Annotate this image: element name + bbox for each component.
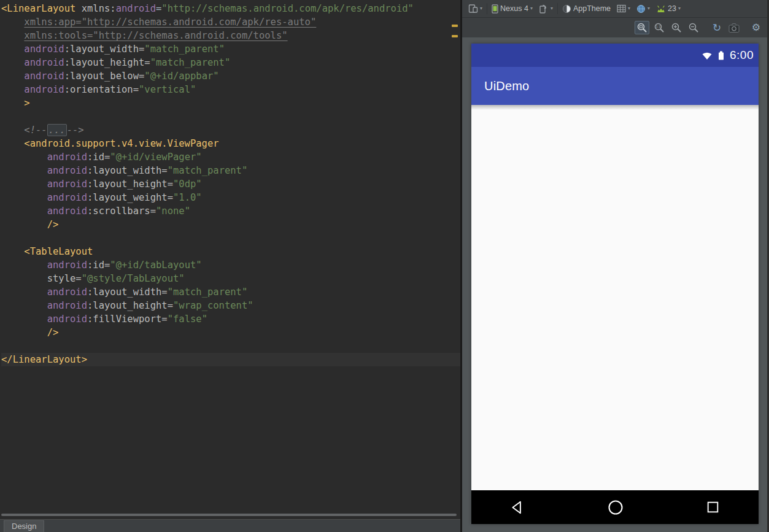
code-line[interactable]: android:layout_height="wrap_content" — [1, 299, 460, 312]
code-line[interactable]: android:layout_weight="1.0" — [1, 191, 460, 204]
device-nav-bar — [471, 490, 759, 524]
app-title: UiDemo — [484, 79, 529, 93]
gear-icon: ⚙ — [752, 23, 760, 33]
status-time: 6:00 — [730, 48, 754, 62]
code-line[interactable]: android:layout_width="match_parent" — [1, 42, 460, 56]
code-line[interactable]: <android.support.v4.view.ViewPager — [1, 137, 460, 150]
chevron-down-icon: ▾ — [530, 6, 533, 11]
nav-recents-icon[interactable] — [705, 499, 721, 515]
horizontal-scrollbar[interactable] — [0, 511, 460, 519]
chevron-down-icon: ▾ — [480, 6, 482, 11]
svg-text:1:1: 1:1 — [655, 25, 660, 28]
locale-globe-icon — [636, 4, 646, 13]
code-line[interactable]: xmlns:app="http://schemas.android.com/ap… — [1, 15, 460, 29]
preview-pane: ▾ Nexus 4 ▾ ▾ — [460, 0, 767, 532]
preview-config-toolbar: ▾ Nexus 4 ▾ ▾ — [462, 0, 767, 17]
battery-icon — [716, 50, 726, 61]
zoom-actual-button[interactable]: 1:1 — [652, 21, 667, 34]
code-line[interactable]: android:id="@+id/viewPager" — [1, 150, 460, 164]
android-studio-window: <LinearLayout xmlns:android="http://sche… — [0, 0, 769, 532]
zoom-actual-icon: 1:1 — [654, 22, 665, 33]
code-line[interactable]: android:orientation="vertical" — [1, 83, 460, 96]
design-surface-selector[interactable]: ▾ — [465, 2, 485, 15]
device-status-bar: 6:00 — [471, 44, 759, 67]
zoom-out-button[interactable] — [686, 21, 701, 34]
zoom-in-button[interactable] — [669, 21, 684, 34]
api-level-selector[interactable]: 23 ▾ — [653, 3, 684, 14]
warning-stripe-mark[interactable] — [452, 35, 458, 37]
zoom-toolbar: 1:1 ↻ — [462, 17, 767, 37]
zoom-fit-icon — [636, 22, 647, 33]
appbar-shadow — [471, 105, 759, 110]
code-line[interactable]: style="@style/TabLayout" — [1, 272, 460, 285]
code-line[interactable]: android:fillViewport="false" — [1, 312, 460, 326]
design-surface[interactable]: 6:00 UiDemo — [462, 37, 767, 532]
code-line[interactable]: android:id="@+id/tabLayout" — [1, 258, 460, 272]
code-line[interactable]: android:layout_width="match_parent" — [1, 285, 460, 299]
chevron-down-icon: ▾ — [647, 6, 650, 11]
editor-mode-tabs: Design — [0, 519, 460, 532]
code-line[interactable] — [1, 110, 460, 123]
device-phone-icon — [492, 4, 498, 13]
theme-selector[interactable]: AppTheme — [559, 3, 614, 15]
design-surface-icon — [468, 4, 478, 13]
orientation-icon — [539, 4, 549, 13]
warning-stripe-mark[interactable] — [452, 25, 458, 27]
screenshot-button[interactable] — [727, 21, 741, 34]
code-line[interactable] — [1, 231, 460, 245]
device-selector-label: Nexus 4 — [500, 4, 528, 13]
theme-circle-icon — [562, 4, 571, 13]
zoom-fit-button[interactable] — [635, 21, 649, 34]
theme-selector-label: AppTheme — [573, 4, 611, 13]
device-preview: 6:00 UiDemo — [471, 44, 759, 524]
code-line[interactable]: <!--...--> — [1, 123, 460, 137]
chevron-down-icon: ▾ — [678, 6, 681, 11]
device-content[interactable] — [471, 105, 759, 490]
wifi-icon — [701, 51, 713, 60]
toolbar-separator — [557, 3, 558, 14]
code-line[interactable]: > — [1, 96, 460, 110]
code-line[interactable]: android:layout_below="@+id/appbar" — [1, 69, 460, 83]
code-line[interactable]: <LinearLayout xmlns:android="http://sche… — [1, 2, 460, 15]
api-level-label: 23 — [668, 4, 676, 13]
chevron-down-icon: ▾ — [551, 6, 553, 11]
device-app-bar[interactable]: UiDemo — [471, 67, 759, 105]
code-line[interactable]: android:layout_width="match_parent" — [1, 164, 460, 177]
xml-editor-pane: <LinearLayout xmlns:android="http://sche… — [0, 0, 460, 532]
refresh-icon: ↻ — [713, 23, 721, 33]
code-line[interactable]: <TableLayout — [1, 245, 460, 258]
config-selector[interactable]: ▾ — [614, 3, 633, 14]
android-api-icon — [656, 5, 666, 13]
orientation-selector[interactable]: ▾ — [536, 2, 556, 15]
code-line[interactable]: /> — [1, 326, 460, 339]
camera-icon — [728, 23, 740, 33]
code-editor[interactable]: <LinearLayout xmlns:android="http://sche… — [0, 0, 460, 511]
settings-button[interactable]: ⚙ — [749, 21, 763, 34]
scrollbar-thumb[interactable] — [1, 514, 457, 516]
toolbar-separator — [487, 3, 487, 14]
locale-selector[interactable]: ▾ — [633, 3, 653, 15]
code-line[interactable]: xmlns:tools="http://schemas.android.com/… — [1, 29, 460, 42]
code-line[interactable] — [1, 339, 460, 353]
code-line[interactable]: /> — [1, 218, 460, 231]
refresh-button[interactable]: ↻ — [709, 21, 724, 34]
code-line[interactable]: android:layout_height="0dp" — [1, 177, 460, 191]
code-line[interactable]: </LinearLayout> — [1, 353, 460, 366]
tab-design[interactable]: Design — [4, 520, 44, 532]
chevron-down-icon: ▾ — [628, 6, 630, 11]
nav-home-icon[interactable] — [607, 499, 624, 516]
config-grid-icon — [617, 4, 626, 13]
zoom-in-icon — [671, 22, 682, 33]
nav-back-icon[interactable] — [509, 499, 525, 515]
zoom-out-icon — [688, 22, 699, 33]
device-selector[interactable]: Nexus 4 ▾ — [489, 3, 536, 15]
code-lines: <LinearLayout xmlns:android="http://sche… — [1, 2, 460, 366]
code-line[interactable]: android:layout_height="match_parent" — [1, 56, 460, 69]
code-line[interactable]: android:scrollbars="none" — [1, 204, 460, 218]
